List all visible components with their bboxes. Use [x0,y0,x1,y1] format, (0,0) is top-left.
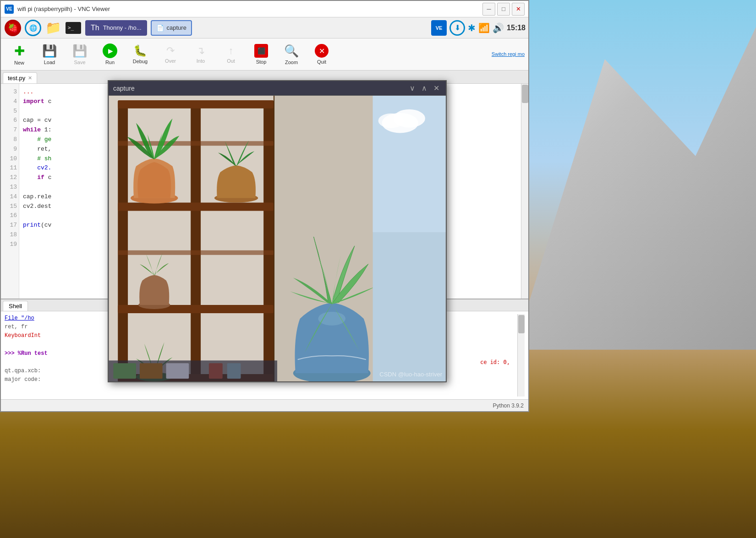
zoom-label: Zoom [285,60,298,65]
shell-tab[interactable]: Shell [3,301,28,311]
out-button[interactable]: ↑ Out [216,40,246,69]
capture-window: capture ∨ ∧ ✕ [108,80,447,382]
into-label: Into [197,58,205,64]
capture-title-bar: capture ∨ ∧ ✕ [109,81,446,96]
raspberry-pi-icon[interactable]: 🍓 [4,19,22,37]
zoom-icon: 🔍 [284,44,299,58]
svg-rect-11 [274,96,274,381]
file-tab-label: test.py [8,75,25,82]
scrollbar-thumb [522,85,528,103]
file-tab-test-py[interactable]: test.py ✕ [3,72,37,83]
stop-icon: ⬛ [254,44,268,58]
switch-region-button[interactable]: Switch regi mo [492,51,525,58]
quit-label: Quit [317,59,326,65]
svg-rect-9 [118,250,274,255]
load-icon: 💾 [42,44,57,58]
run-label: Run [105,60,115,65]
minimize-button[interactable]: ─ [482,3,495,16]
folder-button[interactable]: 📁 [44,19,62,37]
capture-taskbar-item[interactable]: 📄 capture [151,20,192,36]
over-icon: ↷ [166,45,175,57]
maximize-button[interactable]: □ [497,3,510,16]
line-numbers: 34567 89101112 1314151617 1819 [1,84,19,299]
svg-rect-26 [166,363,189,379]
svg-rect-4 [118,100,274,109]
wifi-icon[interactable]: 📶 [478,22,490,33]
capture-minimize-button[interactable]: ∨ [408,84,417,92]
svg-rect-8 [118,141,274,146]
shell-scrollbar[interactable] [517,314,525,397]
out-icon: ↑ [229,45,234,57]
quit-button[interactable]: ✕ Quit [307,40,336,69]
terminal-icon: >_ [66,22,81,34]
save-button[interactable]: 💾 Save [65,40,94,69]
debug-button[interactable]: 🐛 Debug [126,40,155,69]
volume-icon[interactable]: 🔊 [493,22,504,33]
bluetooth-icon[interactable]: ✱ [468,22,476,33]
shell-output-1: ret, fr [5,324,27,330]
new-button[interactable]: ✚ New [5,40,34,69]
status-bar: Python 3.9.2 [1,399,528,411]
zoom-button[interactable]: 🔍 Zoom [277,40,306,69]
quit-icon: ✕ [315,44,329,58]
globe-button[interactable]: 🌐 [24,19,42,37]
shell-file-link[interactable]: File "/ho [5,315,34,321]
run-button[interactable]: ▶ Run [95,40,125,69]
save-icon: 💾 [72,44,87,58]
stop-button[interactable]: ⬛ Stop [247,40,276,69]
out-label: Out [227,58,235,64]
system-tray: VE ⬇ ✱ 📶 🔊 15:18 [431,20,526,36]
capture-maximize-button[interactable]: ∧ [420,84,429,92]
title-bar: VE wifi pi (raspberrypilh) - VNC Viewer … [1,1,528,17]
close-button[interactable]: ✕ [512,3,525,16]
file-tab-close[interactable]: ✕ [28,75,32,81]
csdn-watermark: CSDN @luo-hao-striver [379,371,442,378]
over-label: Over [165,58,176,64]
svg-rect-25 [140,363,163,379]
into-button[interactable]: ↴ Into [186,40,215,69]
editor-scrollbar[interactable] [521,84,528,299]
capture-window-title: capture [113,85,135,92]
debug-icon: 🐛 [133,44,147,57]
capture-window-controls: ∨ ∧ ✕ [408,84,441,92]
globe-icon: 🌐 [25,20,41,36]
terminal-button[interactable]: >_ [64,19,82,37]
taskbar: 🍓 🌐 📁 >_ Th Thonny - /ho... 📄 capture VE… [1,17,528,38]
new-icon: ✚ [14,43,25,59]
save-label: Save [74,60,85,65]
into-icon: ↴ [197,45,205,57]
thonny-taskbar-item[interactable]: Th Thonny - /ho... [85,20,147,36]
load-label: Load [44,60,55,65]
shell-tab-label: Shell [9,303,22,310]
window-controls: ─ □ ✕ [482,3,525,16]
shell-right-output: ce id: 0, [480,314,510,397]
folder-icon: 📁 [45,20,61,35]
shell-prompt: >>> %Run test [5,350,48,357]
system-time: 15:18 [507,24,526,32]
python-version: Python 3.9.2 [493,402,524,409]
raspberry-logo: 🍓 [5,20,21,36]
capture-close-button[interactable]: ✕ [432,84,441,92]
download-tray-icon[interactable]: ⬇ [449,20,465,36]
plant-image [109,96,446,381]
capture-image-area: CSDN @luo-hao-striver [109,96,446,381]
thonny-tab-label: Thonny - /ho... [103,24,142,31]
stop-label: Stop [256,59,267,65]
over-button[interactable]: ↷ Over [156,40,185,69]
shell-scrollbar-thumb [518,315,525,333]
shell-qt-output: qt.qpa.xcb: [5,368,41,374]
svg-rect-24 [113,363,136,379]
svg-rect-27 [209,363,223,379]
svg-rect-28 [227,363,241,379]
svg-point-22 [378,114,404,128]
capture-tab-label: capture [167,24,186,31]
vnc-icon: VE [5,5,14,14]
shell-major-output: major code: [5,376,41,383]
new-label: New [14,60,24,65]
thonny-toolbar: ✚ New 💾 Load 💾 Save ▶ Run 🐛 Debug ↷ Over [1,38,528,71]
load-button[interactable]: 💾 Load [35,40,64,69]
window-title: wifi pi (raspberrypilh) - VNC Viewer [17,5,482,12]
vnc-tray-icon[interactable]: VE [431,20,447,36]
svg-rect-5 [118,203,274,211]
debug-label: Debug [133,59,148,64]
